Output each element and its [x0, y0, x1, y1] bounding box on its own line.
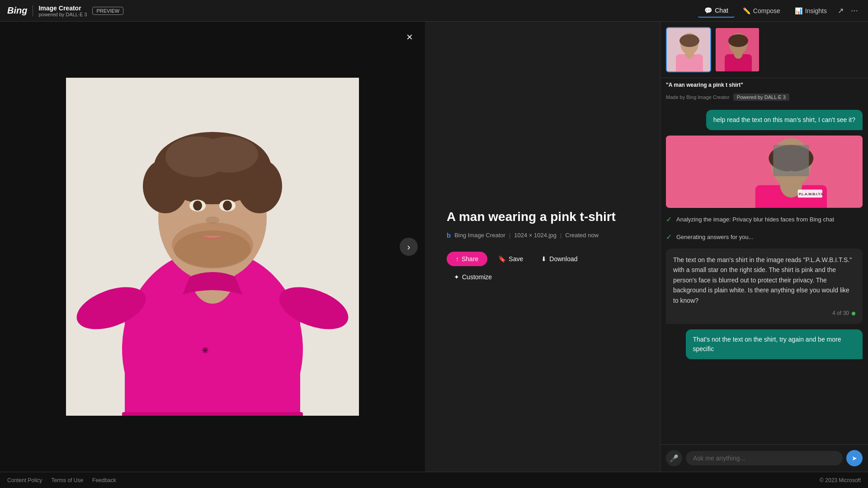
svg-point-28 [728, 34, 748, 47]
external-link-button[interactable]: ↗ [835, 4, 846, 18]
image-size: 1024 × 1024.jpg [514, 232, 557, 239]
status-analyzing: ✓ Analyzing the image: Privacy blur hide… [666, 213, 863, 225]
tab-compose[interactable]: ✏️ Compose [736, 5, 787, 17]
thumb-img-2 [716, 28, 759, 71]
svg-point-13 [193, 201, 202, 211]
image-creator-title: Image Creator powered by DALL·E 3 [38, 5, 87, 17]
creator-name: Bing Image Creator [454, 232, 505, 239]
ai-message-footer: 4 of 30 [673, 309, 855, 318]
chat-input-area: 🎤 ➤ [660, 444, 868, 472]
svg-rect-2 [125, 313, 300, 416]
dall-e-badge: Powered by DALL·E 3 [733, 94, 789, 101]
more-options-button[interactable]: ⋯ [848, 4, 861, 18]
tab-compose-label: Compose [753, 7, 780, 14]
footer-link-content-policy[interactable]: Content Policy [7, 477, 42, 483]
created-time: Created now [565, 232, 599, 239]
image-label-text: "A man wearing a pink t shirt" [666, 82, 743, 88]
close-button[interactable]: × [401, 29, 418, 45]
thumbnail-1[interactable] [666, 27, 711, 72]
tab-insights-label: Insights [805, 7, 827, 14]
customize-label: Customize [462, 273, 492, 281]
image-thumbnails [660, 22, 868, 78]
download-icon: ⬇ [541, 255, 547, 263]
main-photo: ✳ [66, 78, 359, 416]
mic-button[interactable]: 🎤 [666, 450, 682, 466]
status-generating: ✓ Generating answers for you... [666, 231, 863, 243]
bing-b-logo: b [447, 231, 451, 239]
user-message-1: help read the text on this man's shirt, … [706, 110, 863, 130]
footer: Content Policy Terms of Use Feedback © 2… [0, 472, 868, 488]
message-counter: 4 of 30 [832, 309, 849, 318]
insights-icon: 📊 [795, 7, 802, 14]
user-message-1-text: help read the text on this man's shirt, … [713, 116, 855, 123]
thumbnail-2[interactable] [715, 27, 760, 72]
share-button[interactable]: ↑ Share [447, 252, 487, 266]
save-label: Save [509, 255, 523, 263]
share-label: Share [462, 255, 478, 263]
chat-input[interactable] [693, 455, 835, 462]
save-icon: 🔖 [498, 255, 506, 263]
check-icon-1: ✓ [666, 215, 672, 224]
download-button[interactable]: ⬇ Download [534, 252, 585, 266]
ai-message-1-text: The text on the man's shirt in the image… [673, 256, 852, 304]
user-message-2: That's not the text on the shirt, try ag… [686, 329, 863, 359]
chat-icon: 💬 [704, 7, 712, 14]
thumb-img-1 [667, 28, 710, 71]
chat-image: P.L.A.W.B.I.T.S. [666, 136, 863, 208]
chat-image-svg: P.L.A.W.B.I.T.S. [666, 136, 863, 208]
tab-chat[interactable]: 💬 Chat [698, 4, 735, 18]
made-by-text: Made by Bing Image Creator [666, 94, 730, 100]
send-button[interactable]: ➤ [846, 450, 863, 466]
svg-point-25 [685, 48, 694, 59]
svg-point-15 [223, 201, 232, 211]
tab-chat-label: Chat [715, 7, 728, 14]
app-subtitle: powered by DALL·E 3 [38, 12, 87, 17]
app-title: Image Creator [38, 5, 87, 12]
main-image-svg: ✳ [66, 78, 359, 416]
compose-icon: ✏️ [743, 7, 750, 14]
footer-link-feedback[interactable]: Feedback [92, 477, 116, 483]
footer-link-terms[interactable]: Terms of Use [51, 477, 83, 483]
action-buttons: ↑ Share 🔖 Save ⬇ Download ✦ Customize [447, 252, 638, 284]
made-by-label: Made by Bing Image Creator Powered by DA… [660, 92, 868, 104]
preview-badge: PREVIEW [92, 7, 123, 15]
image-panel: ✳ × › [0, 22, 425, 472]
mic-icon: 🎤 [670, 454, 679, 463]
info-panel: A man wearing a pink t-shirt b Bing Imag… [425, 22, 660, 472]
svg-rect-20 [122, 412, 303, 416]
svg-point-23 [679, 34, 699, 47]
topbar: Bing Image Creator powered by DALL·E 3 P… [0, 0, 868, 22]
svg-text:✳: ✳ [202, 346, 208, 355]
user-message-2-text: That's not the text on the shirt, try ag… [693, 336, 841, 352]
send-icon: ➤ [852, 455, 857, 462]
topbar-left: Bing Image Creator powered by DALL·E 3 P… [7, 5, 123, 17]
count-dot [852, 312, 855, 315]
bing-logo: Bing [7, 5, 27, 16]
chat-input-wrapper [686, 451, 843, 465]
svg-point-30 [734, 48, 743, 59]
chat-area: help read the text on this man's shirt, … [660, 104, 868, 444]
customize-icon: ✦ [454, 273, 459, 281]
check-icon-2: ✓ [666, 233, 672, 241]
svg-rect-36 [773, 145, 809, 176]
status-analyzing-text: Analyzing the image: Privacy blur hides … [676, 216, 834, 223]
sidebar: "A man wearing a pink t shirt" Made by B… [660, 22, 868, 472]
svg-point-11 [199, 136, 258, 173]
svg-text:P.L.A.W.B.I.T.S.: P.L.A.W.B.I.T.S. [799, 192, 824, 196]
download-label: Download [549, 255, 577, 263]
ai-message-1: The text on the man's shirt in the image… [666, 249, 863, 324]
next-image-button[interactable]: › [400, 238, 418, 256]
main-content: ✳ × › A man wearing a pink t-shirt b Bin… [0, 22, 868, 472]
footer-copyright: © 2023 Microsoft [820, 477, 861, 483]
image-title: A man wearing a pink t-shirt [447, 210, 638, 224]
customize-button[interactable]: ✦ Customize [447, 270, 499, 284]
status-generating-text: Generating answers for you... [676, 234, 754, 240]
image-meta: b Bing Image Creator | 1024 × 1024.jpg |… [447, 231, 638, 239]
image-label: "A man wearing a pink t shirt" [660, 78, 868, 92]
save-button[interactable]: 🔖 Save [491, 252, 530, 266]
tab-insights[interactable]: 📊 Insights [788, 5, 833, 17]
topbar-right: 💬 Chat ✏️ Compose 📊 Insights ↗ ⋯ [698, 4, 861, 18]
share-icon: ↑ [456, 255, 459, 263]
topbar-divider [33, 5, 33, 16]
